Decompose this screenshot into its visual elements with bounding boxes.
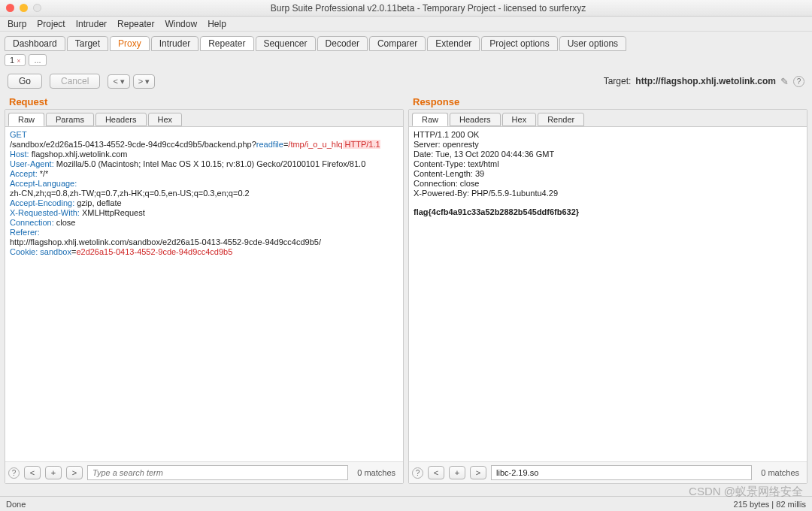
request-footer: ? < + > 0 matches [5, 461, 403, 483]
request-pane: Raw Params Headers Hex GET /sandbox/e2d2… [5, 109, 404, 484]
response-title: Response [408, 93, 807, 109]
titlebar: Burp Suite Professional v2.0.11beta - Te… [0, 0, 812, 17]
zoom-icon[interactable] [33, 4, 41, 12]
tab-target[interactable]: Target [67, 36, 108, 51]
menubar: Burp Project Intruder Repeater Window He… [0, 17, 812, 32]
search-prev-button[interactable]: < [24, 466, 41, 479]
help-icon[interactable]: ? [793, 76, 804, 87]
menu-intruder[interactable]: Intruder [76, 19, 107, 29]
search-add-button[interactable]: + [45, 466, 62, 479]
help-icon[interactable]: ? [8, 467, 20, 479]
response-flag: flag{4cfb4a91c33a52b2882b545ddf6fb632} [414, 207, 579, 216]
tab-extender[interactable]: Extender [427, 36, 480, 51]
request-body[interactable]: GET /sandbox/e2d26a15-0413-4552-9cde-94d… [5, 126, 403, 461]
search-add-button[interactable]: + [449, 466, 465, 479]
request-match-count: 0 matches [353, 468, 400, 477]
target-display: Target: http://flagshop.xhlj.wetolink.co… [604, 76, 804, 87]
search-prev-button[interactable]: < [428, 466, 444, 479]
menu-project[interactable]: Project [37, 19, 65, 29]
search-next-button[interactable]: > [470, 466, 486, 479]
request-tab-hex[interactable]: Hex [148, 113, 183, 126]
response-search-input[interactable] [491, 465, 752, 480]
status-right: 215 bytes | 82 millis [734, 500, 806, 509]
request-tab-raw[interactable]: Raw [8, 113, 44, 126]
request-tab-params[interactable]: Params [46, 113, 94, 126]
status-bar: Done 215 bytes | 82 millis [0, 496, 812, 511]
request-tab-headers[interactable]: Headers [95, 113, 147, 126]
help-icon[interactable]: ? [412, 467, 423, 479]
tab-dashboard[interactable]: Dashboard [5, 36, 65, 51]
close-tab-icon[interactable]: × [17, 57, 20, 65]
tab-sequencer[interactable]: Sequencer [256, 36, 316, 51]
tab-decoder[interactable]: Decoder [317, 36, 368, 51]
search-next-button[interactable]: > [66, 466, 83, 479]
menu-burp[interactable]: Burp [8, 19, 26, 29]
tab-user-options[interactable]: User options [559, 36, 626, 51]
menu-window[interactable]: Window [165, 19, 197, 29]
repeater-tab-1[interactable]: 1 × [5, 54, 26, 66]
target-url: http://flagshop.xhlj.wetolink.com [635, 76, 776, 86]
edit-target-icon[interactable]: ✎ [780, 76, 789, 87]
response-footer: ? < + > 0 matches [409, 461, 807, 483]
tab-repeater[interactable]: Repeater [200, 36, 253, 51]
history-next-button[interactable]: > ▾ [133, 74, 155, 89]
window-controls [6, 4, 41, 12]
cancel-button[interactable]: Cancel [50, 74, 100, 89]
response-body[interactable]: HTTP/1.1 200 OK Server: openresty Date: … [409, 126, 807, 461]
repeater-subtabs: 1 × ... [5, 54, 807, 66]
tab-project-options[interactable]: Project options [481, 36, 557, 51]
response-pane: Raw Headers Hex Render HTTP/1.1 200 OK S… [408, 109, 807, 484]
menu-repeater[interactable]: Repeater [117, 19, 154, 29]
request-title: Request [5, 93, 404, 109]
tab-intruder[interactable]: Intruder [151, 36, 198, 51]
response-tab-render[interactable]: Render [538, 113, 584, 126]
response-match-count: 0 matches [756, 468, 804, 477]
minimize-icon[interactable] [20, 4, 28, 12]
tab-comparer[interactable]: Comparer [369, 36, 426, 51]
tab-proxy[interactable]: Proxy [110, 36, 150, 51]
window-title: Burp Suite Professional v2.0.11beta - Te… [50, 3, 806, 14]
response-tab-headers[interactable]: Headers [450, 113, 501, 126]
request-search-input[interactable] [87, 465, 348, 480]
close-icon[interactable] [6, 4, 14, 12]
status-left: Done [6, 500, 26, 509]
response-tab-raw[interactable]: Raw [412, 113, 448, 126]
action-row: Go Cancel < ▾ > ▾ Target: http://flagsho… [5, 74, 807, 89]
menu-help[interactable]: Help [208, 19, 226, 29]
go-button[interactable]: Go [8, 74, 42, 89]
tool-tabs: Dashboard Target Proxy Intruder Repeater… [5, 36, 807, 51]
response-tab-hex[interactable]: Hex [502, 113, 537, 126]
repeater-tab-add[interactable]: ... [29, 54, 46, 66]
history-prev-button[interactable]: < ▾ [108, 74, 129, 89]
